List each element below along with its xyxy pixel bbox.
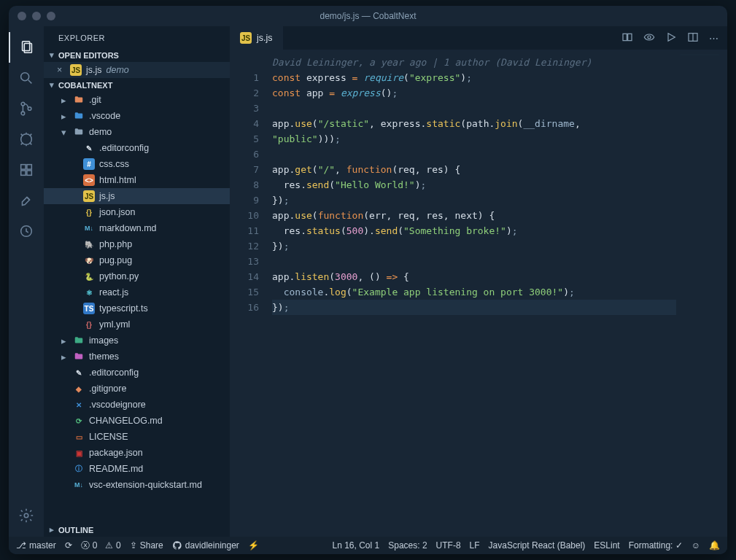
git-branch-status[interactable]: ⎇ master: [16, 540, 56, 551]
tree-file[interactable]: M↓markdown.md: [44, 220, 230, 236]
json-icon: {}: [83, 206, 95, 218]
live-share-status[interactable]: ⇪ Share: [130, 540, 163, 551]
formatting-status[interactable]: Formatting: ✓: [629, 540, 683, 551]
run-icon[interactable]: [665, 31, 677, 45]
indentation-status[interactable]: Spaces: 2: [388, 540, 427, 551]
tree-item-label: .editorconfig: [99, 143, 149, 153]
tree-item-label: .editorconfig: [89, 368, 139, 378]
code-content[interactable]: David Leininger, a year ago | 1 author (…: [272, 50, 727, 537]
tree-folder[interactable]: ▸.vscode: [44, 108, 230, 124]
tree-file[interactable]: {}yml.yml: [44, 316, 230, 332]
language-mode-status[interactable]: JavaScript React (Babel): [489, 540, 586, 551]
php-icon: 🐘: [83, 238, 95, 250]
tree-folder[interactable]: ▸.git: [44, 92, 230, 108]
tree-folder[interactable]: ▾demo: [44, 124, 230, 140]
tree-item-label: html.html: [99, 175, 136, 185]
problems-status[interactable]: ⓧ 0 ⚠ 0: [81, 540, 121, 552]
encoding-status[interactable]: UTF-8: [436, 540, 461, 551]
folder-demo-icon: [73, 126, 85, 138]
yml-icon: {}: [83, 319, 95, 330]
explorer-title: EXPLORER: [44, 26, 230, 48]
settings-gear-icon[interactable]: [9, 500, 44, 531]
chevron-icon: ▸: [58, 95, 69, 106]
tree-file[interactable]: ⚛react.js: [44, 284, 230, 300]
tree-file[interactable]: ✕.vscodeignore: [44, 397, 230, 413]
minimap[interactable]: [679, 54, 720, 112]
css-icon: #: [83, 158, 95, 170]
close-icon[interactable]: ×: [57, 65, 66, 75]
tree-file[interactable]: ▣package.json: [44, 445, 230, 461]
tree-file[interactable]: ✎.editorconfig: [44, 140, 230, 156]
chevron-icon: ▸: [58, 335, 69, 346]
tree-folder[interactable]: ▸images: [44, 332, 230, 349]
tree-file[interactable]: ⓘREADME.md: [44, 461, 230, 477]
open-editors-header[interactable]: ▾ OPEN EDITORS: [44, 48, 230, 62]
tree-file[interactable]: JSjs.js: [44, 188, 230, 204]
tree-file[interactable]: 🐶pug.pug: [44, 252, 230, 268]
open-editor-item[interactable]: × JS js.js demo: [44, 62, 230, 78]
svg-point-4: [21, 102, 25, 106]
compare-changes-icon[interactable]: [621, 31, 633, 45]
tree-file[interactable]: TStypescript.ts: [44, 300, 230, 316]
react-icon: ⚛: [83, 287, 95, 298]
svg-rect-10: [27, 171, 31, 175]
eol-status[interactable]: LF: [470, 540, 480, 551]
outline-header[interactable]: ▸ OUTLINE: [44, 523, 230, 537]
editorconfig-icon: ✎: [73, 367, 85, 378]
tree-file[interactable]: ◆.gitignore: [44, 381, 230, 397]
code-editor[interactable]: 12345678910111213141516 David Leininger,…: [230, 50, 727, 537]
folder-themes-icon: [73, 351, 85, 362]
extensions-activity-icon[interactable]: [9, 155, 44, 185]
source-control-activity-icon[interactable]: [9, 93, 44, 124]
tree-folder[interactable]: ▸themes: [44, 349, 230, 365]
tree-file[interactable]: ✎.editorconfig: [44, 365, 230, 381]
tree-item-label: images: [89, 335, 118, 346]
tab-bar: JS js.js ⋯: [230, 26, 727, 50]
explorer-activity-icon[interactable]: [9, 32, 44, 63]
search-activity-icon[interactable]: [9, 63, 44, 93]
eslint-status[interactable]: ESLint: [594, 540, 619, 551]
py-icon: 🐍: [83, 271, 95, 282]
chevron-down-icon: ▾: [47, 50, 57, 60]
tree-file[interactable]: ⟳CHANGELOG.md: [44, 413, 230, 429]
lightning-status[interactable]: ⚡: [248, 540, 259, 551]
svg-rect-1: [24, 44, 31, 53]
git-graph-activity-icon[interactable]: [9, 216, 44, 246]
line-gutter: 12345678910111213141516: [230, 50, 272, 537]
changelog-icon: ⟳: [73, 415, 85, 427]
tree-file[interactable]: {}json.json: [44, 204, 230, 220]
zoom-window-button[interactable]: [47, 12, 55, 20]
tree-file[interactable]: <>html.html: [44, 172, 230, 188]
tree-file[interactable]: 🐘php.php: [44, 236, 230, 252]
cursor-position-status[interactable]: Ln 16, Col 1: [333, 540, 380, 551]
github-status[interactable]: davidleininger: [172, 540, 239, 551]
preview-icon[interactable]: [643, 31, 655, 45]
tree-file[interactable]: #css.css: [44, 156, 230, 172]
chevron-down-icon: ▾: [47, 80, 57, 90]
workspace-header[interactable]: ▾ COBALTNEXT: [44, 78, 230, 92]
chevron-icon: ▸: [58, 351, 69, 362]
tree-item-label: package.json: [89, 448, 143, 458]
chevron-icon: ▾: [58, 127, 69, 138]
close-window-button[interactable]: [18, 12, 26, 20]
minimize-window-button[interactable]: [32, 12, 41, 20]
npm-icon: ▣: [73, 447, 85, 459]
tree-file[interactable]: 🐍python.py: [44, 268, 230, 284]
split-editor-icon[interactable]: [687, 31, 699, 45]
svg-point-16: [648, 36, 651, 39]
debug-activity-icon[interactable]: [9, 124, 44, 155]
tree-item-label: markdown.md: [99, 223, 157, 233]
tree-item-label: js.js: [99, 191, 115, 201]
svg-rect-11: [27, 165, 31, 169]
tree-file[interactable]: M↓vsc-extension-quickstart.md: [44, 477, 230, 493]
tree-file[interactable]: ▭LICENSE: [44, 429, 230, 445]
open-editor-folder: demo: [106, 65, 129, 75]
live-share-activity-icon[interactable]: [9, 185, 44, 216]
titlebar: demo/js.js — CobaltNext: [9, 6, 727, 26]
feedback-icon[interactable]: ☺: [692, 540, 700, 551]
more-actions-icon[interactable]: ⋯: [709, 33, 718, 44]
chevron-right-icon: ▸: [47, 525, 57, 534]
tab-js[interactable]: JS js.js: [230, 26, 283, 50]
sync-status[interactable]: ⟳: [65, 540, 72, 551]
notifications-icon[interactable]: 🔔: [709, 540, 720, 551]
